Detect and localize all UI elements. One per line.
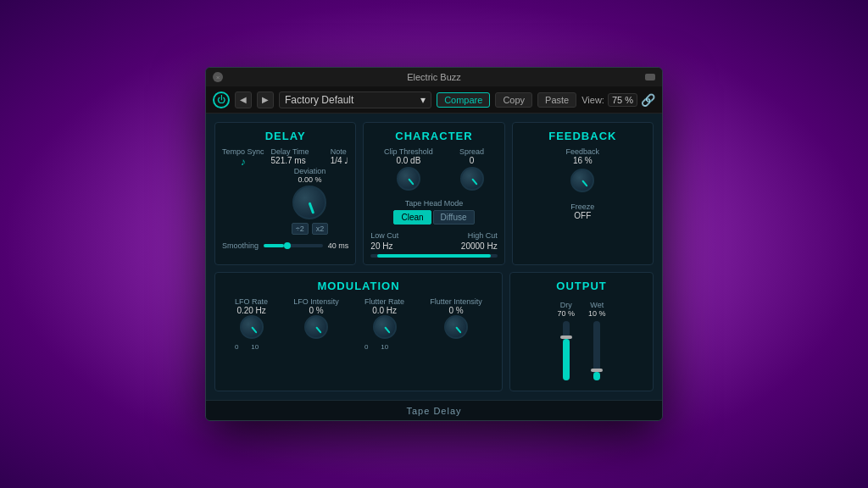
main-content: DELAY Tempo Sync ♪ Delay Time 521.7 ms <box>206 114 662 400</box>
note-label: Note <box>331 147 349 156</box>
divide-2-button[interactable]: ÷2 <box>292 223 309 235</box>
clip-threshold-value: 0.0 dB <box>384 156 433 165</box>
next-icon: ▶ <box>262 95 269 104</box>
character-panel: CHARACTER Clip Threshold 0.0 dB Spread 0… <box>363 122 504 265</box>
lfo-rate-label: LFO Rate <box>235 297 268 306</box>
clip-threshold-group: Clip Threshold 0.0 dB <box>384 147 433 194</box>
modulation-header: MODULATION <box>222 280 495 292</box>
tape-head-mode-label: Tape Head Mode <box>370 199 497 208</box>
delay-panel: DELAY Tempo Sync ♪ Delay Time 521.7 ms <box>214 122 356 265</box>
chevron-down-icon: ▾ <box>420 94 426 106</box>
note-value: 1/4 ♩ <box>331 156 349 165</box>
close-icon: × <box>216 74 220 81</box>
next-preset-button[interactable]: ▶ <box>257 92 274 108</box>
freeze-group: Freeze OFF <box>520 202 646 220</box>
times-2-button[interactable]: x2 <box>312 223 329 235</box>
flutter-rate-label: Flutter Rate <box>364 297 404 306</box>
lfo-intensity-value: 0 % <box>293 306 339 315</box>
filter-slider[interactable] <box>370 254 497 258</box>
prev-icon: ◀ <box>240 95 247 104</box>
output-panel: OUTPUT Dry 70 % Wet 10 % <box>509 272 654 391</box>
lfo-rate-value: 0.20 Hz <box>235 306 268 315</box>
high-cut-value: 20000 Hz <box>461 241 498 251</box>
power-button[interactable]: ⏻ <box>213 92 230 108</box>
flutter-rate-min: 0 <box>364 343 368 351</box>
wet-thumb[interactable] <box>591 369 603 372</box>
preset-name: Factory Default <box>285 94 353 106</box>
view-section: View: 75 % 🔗 <box>581 93 655 107</box>
feedback-knob[interactable] <box>570 169 594 192</box>
title-bar: × Electric Buzz <box>206 68 662 86</box>
dry-fill <box>563 339 570 380</box>
flutter-intensity-value: 0 % <box>430 306 482 315</box>
flutter-rate-knob[interactable] <box>373 315 397 339</box>
clip-threshold-knob[interactable] <box>397 167 420 191</box>
freeze-label: Freeze <box>520 202 646 211</box>
delay-time-knob[interactable] <box>292 186 326 219</box>
wet-fill <box>593 372 600 381</box>
compare-button[interactable]: Compare <box>437 92 490 108</box>
minimize-button[interactable] <box>645 74 655 80</box>
close-button[interactable]: × <box>213 72 223 82</box>
bottom-row: MODULATION LFO Rate 0.20 Hz 0 10 LFO Int… <box>214 272 654 391</box>
view-label: View: <box>581 95 604 105</box>
tempo-sync-icon[interactable]: ♪ <box>222 156 264 168</box>
tempo-sync-label: Tempo Sync <box>222 147 264 156</box>
feedback-header: FEEDBACK <box>520 130 646 142</box>
spread-knob[interactable] <box>460 167 484 191</box>
dry-value: 70 % <box>557 309 575 318</box>
delay-header: DELAY <box>222 130 348 142</box>
clip-threshold-label: Clip Threshold <box>384 147 433 156</box>
lfo-rate-max: 10 <box>251 343 259 351</box>
delay-time-group: Delay Time 521.7 ms <box>271 147 309 165</box>
low-cut-value: 20 Hz <box>370 241 392 251</box>
fader-row: Dry 70 % Wet 10 % <box>557 301 605 384</box>
tempo-sync: Tempo Sync ♪ <box>222 147 264 168</box>
note-group: Note 1/4 ♩ <box>331 147 349 165</box>
flutter-intensity-label: Flutter Intensity <box>430 297 482 306</box>
preset-selector[interactable]: Factory Default ▾ <box>279 92 431 108</box>
copy-button[interactable]: Copy <box>495 92 532 108</box>
dry-thumb[interactable] <box>560 336 572 339</box>
preset-bar: ⏻ ◀ ▶ Factory Default ▾ Compare Copy Pas… <box>206 86 662 114</box>
lfo-intensity-label: LFO Intensity <box>293 297 339 306</box>
footer: Tape Delay <box>206 400 662 420</box>
window-title: Electric Buzz <box>407 72 461 82</box>
top-row: DELAY Tempo Sync ♪ Delay Time 521.7 ms <box>214 122 654 265</box>
flutter-intensity-group: Flutter Intensity 0 % <box>430 297 482 351</box>
flutter-rate-value: 0.0 Hz <box>364 306 404 315</box>
lfo-rate-scale: 0 10 <box>235 343 259 351</box>
dry-fader[interactable] <box>563 321 570 380</box>
prev-preset-button[interactable]: ◀ <box>235 92 252 108</box>
feedback-group: Feedback 16 % <box>520 147 646 196</box>
lfo-rate-group: LFO Rate 0.20 Hz 0 10 <box>235 297 268 351</box>
clean-mode-button[interactable]: Clean <box>393 210 431 225</box>
link-icon[interactable]: 🔗 <box>641 93 655 107</box>
diffuse-mode-button[interactable]: Diffuse <box>433 210 475 225</box>
lfo-intensity-group: LFO Intensity 0 % <box>293 297 339 351</box>
spread-label: Spread <box>459 147 484 156</box>
lfo-intensity-knob[interactable] <box>304 315 328 339</box>
low-cut-label: Low Cut <box>370 231 398 240</box>
modulation-knobs: LFO Rate 0.20 Hz 0 10 LFO Intensity 0 % <box>222 297 495 351</box>
feedback-value: 16 % <box>520 156 646 165</box>
flutter-intensity-knob[interactable] <box>444 315 468 339</box>
wet-fader-group: Wet 10 % <box>588 301 606 384</box>
paste-button[interactable]: Paste <box>537 92 576 108</box>
high-cut-label: High Cut <box>468 231 498 240</box>
lfo-rate-knob[interactable] <box>240 315 264 339</box>
spread-value: 0 <box>459 156 484 165</box>
smoothing-slider[interactable] <box>264 244 323 247</box>
wet-fader[interactable] <box>593 321 600 380</box>
smoothing-label: Smoothing <box>222 241 259 250</box>
mode-buttons: Clean Diffuse <box>370 210 497 225</box>
flutter-rate-scale: 0 10 <box>364 343 388 351</box>
flutter-rate-max: 10 <box>381 343 388 351</box>
plugin-window: × Electric Buzz ⏻ ◀ ▶ Factory Default ▾ … <box>205 67 663 421</box>
output-header: OUTPUT <box>556 280 606 292</box>
plugin-type-label: Tape Delay <box>406 406 461 416</box>
modulation-panel: MODULATION LFO Rate 0.20 Hz 0 10 LFO Int… <box>214 272 503 391</box>
view-zoom[interactable]: 75 % <box>608 93 637 107</box>
spread-group: Spread 0 <box>459 147 484 194</box>
multiplier-buttons: ÷2 x2 <box>271 223 349 235</box>
